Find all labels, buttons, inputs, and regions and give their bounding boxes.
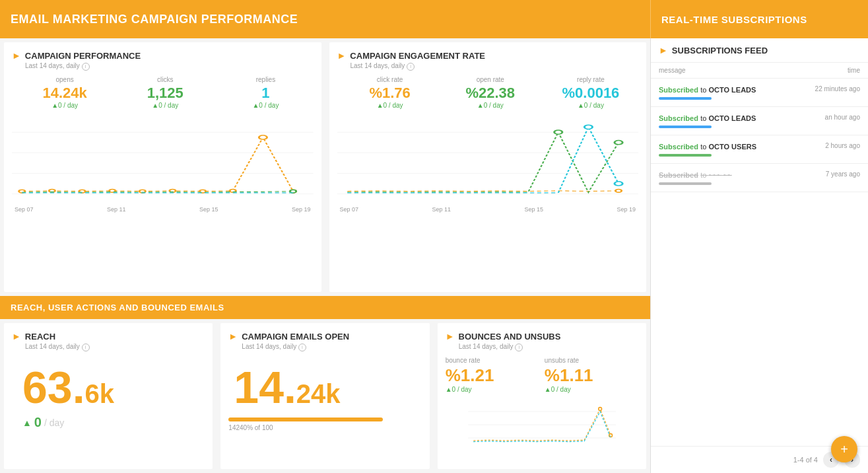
open-rate-value: %22.38 bbox=[465, 85, 515, 102]
bottom-cards-row: ► REACH Last 14 days, daily i 63. 6k ▲ 0 bbox=[0, 319, 650, 473]
clicks-change: ▲0 / day bbox=[152, 102, 178, 109]
reach-card: ► REACH Last 14 days, daily i 63. 6k ▲ 0 bbox=[4, 323, 213, 469]
reply-rate-label: reply rate bbox=[577, 76, 605, 83]
reach-subtitle: Last 14 days, daily i bbox=[25, 343, 205, 351]
clicks-value: 1,125 bbox=[147, 85, 184, 102]
main-header: EMAIL MARKETING CAMPAIGN PERFORMANCE bbox=[0, 0, 650, 38]
sub-title: SUBSCRIPTIONS FEED bbox=[672, 46, 768, 55]
ce-date-2: Sep 11 bbox=[432, 206, 451, 213]
campaign-performance-card: ► CAMPAIGN PERFORMANCE Last 14 days, dai… bbox=[4, 42, 321, 292]
sub-col-headers: message time bbox=[651, 63, 868, 79]
sub-list-1: OCTO LEADS bbox=[708, 86, 756, 94]
sub-bar-3 bbox=[659, 154, 712, 157]
bounce-rate-item: bounce rate %1.21 ▲0 / day bbox=[446, 357, 539, 393]
sub-list-3: OCTO USERS bbox=[708, 143, 756, 151]
bounce-rate-label: bounce rate bbox=[446, 357, 539, 364]
ce-date-1: Sep 07 bbox=[340, 206, 359, 213]
cp-chart-dates: Sep 07 Sep 11 Sep 15 Sep 19 bbox=[12, 206, 314, 213]
campaign-engagement-card: ► CAMPAIGN ENGAGEMENT RATE Last 14 days,… bbox=[329, 42, 647, 292]
add-subscription-button[interactable]: + bbox=[831, 436, 857, 462]
left-panel: ► CAMPAIGN PERFORMANCE Last 14 days, dai… bbox=[0, 38, 650, 473]
sub-subscribed-4: Subscribed bbox=[659, 171, 698, 179]
ce-arrow-icon: ► bbox=[337, 50, 347, 61]
reach-info-icon[interactable]: i bbox=[82, 344, 90, 351]
sub-arrow-icon: ► bbox=[659, 45, 668, 55]
cp-subtitle: Last 14 days, daily i bbox=[25, 62, 314, 71]
ce-chart-dates: Sep 07 Sep 11 Sep 15 Sep 19 bbox=[337, 206, 639, 213]
reach-zero: 0 bbox=[34, 415, 42, 430]
sub-to-3: to bbox=[700, 143, 708, 151]
sub-list-4: ~~~ ~~ bbox=[708, 171, 731, 179]
bu-title: BOUNCES AND UNSUBS bbox=[459, 332, 561, 342]
eo-info-icon[interactable]: i bbox=[298, 344, 306, 351]
opens-metric: opens 14.24k ▲0 / day bbox=[17, 76, 112, 109]
clicks-metric: clicks 1,125 ▲0 / day bbox=[117, 76, 213, 109]
eo-number: 14. 24k bbox=[234, 365, 421, 410]
ce-info-icon[interactable]: i bbox=[407, 63, 415, 71]
reach-suffix: 6k bbox=[85, 379, 115, 409]
cp-metrics: opens 14.24k ▲0 / day clicks 1,125 ▲0 / … bbox=[17, 76, 314, 109]
click-rate-label: click rate bbox=[377, 76, 403, 83]
svg-point-23 bbox=[614, 182, 622, 186]
main-content: ► CAMPAIGN PERFORMANCE Last 14 days, dai… bbox=[0, 38, 868, 473]
eo-progress-label: 14240% of 100 bbox=[228, 424, 421, 431]
click-rate-metric: click rate %1.76 ▲0 / day bbox=[343, 76, 438, 109]
sub-pagination: 1-4 of 4 bbox=[793, 456, 818, 464]
sub-bar-2 bbox=[659, 126, 712, 128]
replies-value: 1 bbox=[261, 85, 269, 102]
top-header: EMAIL MARKETING CAMPAIGN PERFORMANCE REA… bbox=[0, 0, 868, 38]
replies-change: ▲0 / day bbox=[252, 102, 279, 109]
reach-arrow-icon: ► bbox=[12, 331, 21, 342]
section2-title: REACH, USER ACTIONS AND BOUNCED EMAILS bbox=[11, 303, 640, 312]
bounces-card: ► BOUNCES AND UNSUBS Last 14 days, daily… bbox=[438, 323, 646, 469]
click-rate-change: ▲0 / day bbox=[377, 102, 403, 109]
eo-progress: 14240% of 100 bbox=[228, 418, 421, 431]
click-rate-value: %1.76 bbox=[369, 85, 410, 102]
reply-rate-change: ▲0 / day bbox=[578, 102, 604, 109]
sub-header-title-row: ► SUBSCRIPTIONS FEED bbox=[659, 45, 860, 55]
svg-point-14 bbox=[290, 190, 296, 193]
sub-message-4: Subscribed to ~~~ ~~ bbox=[659, 170, 820, 185]
reach-day-label: / day bbox=[44, 418, 64, 428]
sub-bar-1 bbox=[659, 97, 712, 100]
cp-date-4: Sep 19 bbox=[292, 206, 311, 213]
eo-arrow-icon: ► bbox=[228, 331, 238, 342]
svg-point-27 bbox=[598, 408, 601, 411]
sub-message-1: Subscribed to OCTO LEADS bbox=[659, 85, 810, 100]
unsubs-rate-value: %1.11 bbox=[545, 365, 638, 386]
opens-change: ▲0 / day bbox=[51, 102, 78, 109]
svg-point-20 bbox=[554, 130, 562, 134]
eo-big: 14. bbox=[234, 365, 296, 410]
bu-chart bbox=[446, 398, 638, 453]
ce-title: CAMPAIGN ENGAGEMENT RATE bbox=[350, 51, 485, 61]
sub-time-1: 22 minutes ago bbox=[815, 85, 860, 92]
sub-to-1: to bbox=[700, 86, 708, 94]
sub-to-4: to bbox=[700, 171, 708, 179]
eo-progress-bar bbox=[228, 418, 383, 421]
sub-header: ► SUBSCRIPTIONS FEED bbox=[651, 38, 868, 63]
bu-arrow-icon: ► bbox=[446, 331, 455, 342]
eo-subtitle: Last 14 days, daily i bbox=[242, 343, 421, 351]
cp-date-3: Sep 15 bbox=[199, 206, 218, 213]
sub-col-time: time bbox=[848, 67, 860, 74]
sub-message-2: Subscribed to OCTO LEADS bbox=[659, 114, 820, 128]
sub-item-3: Subscribed to OCTO USERS 2 hours ago bbox=[651, 135, 868, 164]
cp-date-1: Sep 07 bbox=[15, 206, 34, 213]
sub-time-3: 2 hours ago bbox=[825, 142, 860, 149]
opens-value: 14.24k bbox=[42, 85, 86, 102]
realtime-title: REAL-TIME SUBSCRIPTIONS bbox=[661, 14, 807, 25]
right-panel: ► SUBSCRIPTIONS FEED message time Subscr… bbox=[650, 38, 868, 473]
svg-point-19 bbox=[615, 189, 621, 192]
sub-bar-4 bbox=[659, 182, 712, 185]
top-metrics-row: ► CAMPAIGN PERFORMANCE Last 14 days, dai… bbox=[0, 38, 650, 296]
bu-info-icon[interactable]: i bbox=[515, 344, 523, 351]
reply-rate-metric: reply rate %0.0016 ▲0 / day bbox=[543, 76, 638, 109]
sub-to-2: to bbox=[700, 114, 708, 122]
ce-title-row: ► CAMPAIGN ENGAGEMENT RATE bbox=[337, 50, 639, 61]
reach-arrow: ▲ bbox=[22, 418, 32, 428]
sub-time-2: an hour ago bbox=[825, 114, 860, 121]
ce-subtitle: Last 14 days, daily i bbox=[351, 62, 639, 71]
realtime-header: REAL-TIME SUBSCRIPTIONS bbox=[650, 0, 868, 38]
cp-info-icon[interactable]: i bbox=[82, 63, 90, 71]
bu-metrics: bounce rate %1.21 ▲0 / day unsubs rate %… bbox=[446, 357, 638, 393]
